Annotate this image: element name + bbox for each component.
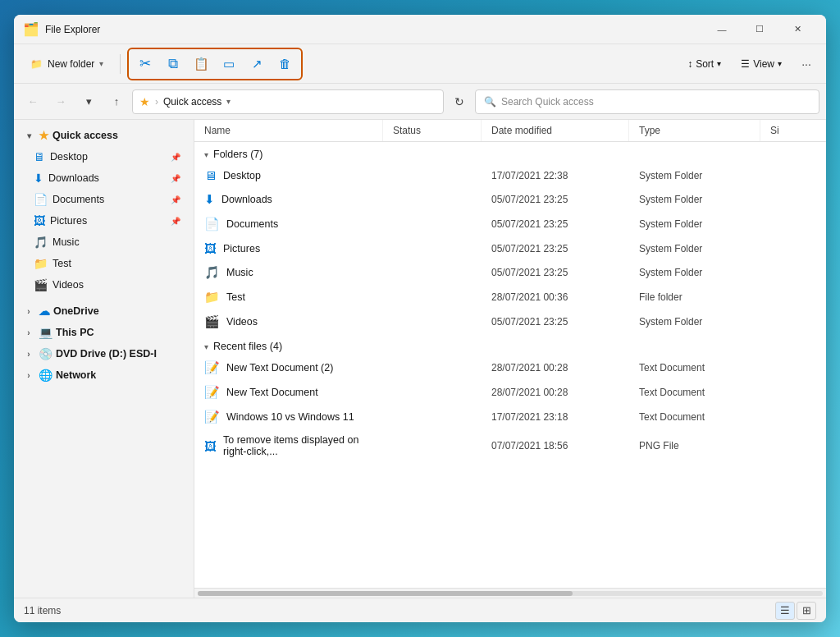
file-name-test: 📁 Test: [194, 286, 383, 308]
desktop-pin-icon: 📌: [171, 153, 180, 162]
png-file-icon: 🖼: [204, 439, 217, 453]
window-title: File Explorer: [45, 24, 703, 35]
main-content: ▾ ★ Quick access 🖥 Desktop 📌 ⬇ Downloads…: [14, 120, 826, 598]
column-name[interactable]: Name: [194, 120, 383, 141]
quick-access-collapse-icon: ▾: [22, 131, 35, 140]
onedrive-icon: ☁: [39, 305, 50, 318]
column-date[interactable]: Date modified: [482, 120, 629, 141]
up-button[interactable]: ↑: [104, 89, 129, 114]
sidebar-dvd-expander[interactable]: › 💿 DVD Drive (D:) ESD-I: [17, 343, 190, 364]
sidebar-item-music[interactable]: 🎵 Music: [24, 231, 190, 253]
rename-button[interactable]: ▭: [216, 52, 242, 76]
documents-file-icon: 📄: [204, 217, 220, 231]
file-name-new-text-doc: 📝 New Text Document: [194, 382, 383, 403]
file-name-downloads: ⬇ Downloads: [194, 189, 383, 210]
view-button[interactable]: ☰ View ▾: [733, 54, 790, 74]
table-row[interactable]: 🖼 Pictures 05/07/2021 23:25 System Folde…: [194, 236, 826, 260]
sidebar-thispc-expander[interactable]: › 💻 This PC: [17, 322, 190, 343]
test-file-icon: 📁: [204, 290, 220, 305]
copy-button[interactable]: ⧉: [160, 52, 186, 76]
table-row[interactable]: 📝 New Text Document 28/07/2021 00:28 Tex…: [194, 380, 826, 405]
file-list-header: Name Status Date modified Type Si: [194, 120, 826, 142]
refresh-button[interactable]: ↻: [447, 89, 472, 114]
recent-toggle-icon[interactable]: ▾: [204, 342, 208, 351]
grid-view-button[interactable]: ⊞: [797, 602, 816, 620]
table-row[interactable]: 📁 Test 28/07/2021 00:36 File folder: [194, 285, 826, 309]
sidebar-quick-access-label: Quick access: [52, 130, 118, 141]
share-button[interactable]: ↗: [244, 52, 270, 76]
sidebar: ▾ ★ Quick access 🖥 Desktop 📌 ⬇ Downloads…: [14, 120, 194, 598]
sort-chevron: ▾: [717, 59, 721, 68]
table-row[interactable]: 📄 Documents 05/07/2021 23:25 System Fold…: [194, 212, 826, 236]
table-row[interactable]: ⬇ Downloads 05/07/2021 23:25 System Fold…: [194, 187, 826, 212]
file-name-music: 🎵 Music: [194, 262, 383, 283]
cut-button[interactable]: ✂: [132, 52, 158, 76]
toolbar-right: ↕ Sort ▾ ☰ View ▾ ···: [679, 51, 819, 77]
item-count: 11 items: [24, 605, 61, 616]
table-row[interactable]: 🖼 To remove items displayed on right-cli…: [194, 429, 826, 462]
more-button[interactable]: ···: [793, 51, 819, 77]
address-path[interactable]: ★ › Quick access ▾: [132, 89, 444, 114]
folders-label: Folders (7): [213, 149, 262, 160]
list-view-button[interactable]: ☰: [775, 602, 795, 620]
view-chevron: ▾: [778, 59, 782, 68]
new-folder-button[interactable]: 📁 New folder ▾: [21, 53, 113, 75]
sidebar-network-expander[interactable]: › 🌐 Network: [17, 364, 190, 386]
back-button[interactable]: ←: [21, 89, 45, 114]
dvd-icon: 💿: [39, 347, 52, 360]
address-separator: ›: [155, 96, 158, 108]
sidebar-quick-access-expander[interactable]: ▾ ★ Quick access: [17, 125, 190, 146]
sidebar-network-label: Network: [56, 369, 96, 381]
sidebar-quick-access-section: ▾ ★ Quick access 🖥 Desktop 📌 ⬇ Downloads…: [14, 123, 194, 297]
file-name-desktop: 🖥 Desktop: [194, 165, 383, 186]
sidebar-item-desktop[interactable]: 🖥 Desktop 📌: [24, 146, 190, 167]
table-row[interactable]: 📝 New Text Document (2) 28/07/2021 00:28…: [194, 355, 826, 380]
sidebar-item-videos[interactable]: 🎬 Videos: [24, 274, 190, 296]
search-placeholder: Search Quick access: [501, 96, 594, 108]
title-bar: 🗂️ File Explorer — ☐ ✕: [14, 15, 826, 44]
table-row[interactable]: 🖥 Desktop 17/07/2021 22:38 System Folder: [194, 163, 826, 187]
sidebar-item-test[interactable]: 📁 Test: [24, 253, 190, 274]
sort-button[interactable]: ↕ Sort ▾: [679, 54, 729, 74]
close-button[interactable]: ✕: [778, 16, 816, 43]
recent-locations-button[interactable]: ▾: [76, 89, 101, 114]
table-row[interactable]: 🎬 Videos 05/07/2021 23:25 System Folder: [194, 309, 826, 334]
column-status[interactable]: Status: [383, 120, 482, 141]
search-box[interactable]: 🔍 Search Quick access: [475, 89, 819, 114]
table-row[interactable]: 🎵 Music 05/07/2021 23:25 System Folder: [194, 260, 826, 285]
paste-button[interactable]: 📋: [188, 52, 214, 76]
test-folder-icon: 📁: [34, 257, 48, 270]
downloads-pin-icon: 📌: [171, 174, 180, 183]
sidebar-item-pictures[interactable]: 🖼 Pictures 📌: [24, 210, 190, 231]
table-row[interactable]: 📝 Windows 10 vs Windows 11 17/07/2021 23…: [194, 405, 826, 429]
file-name-documents: 📄 Documents: [194, 213, 383, 235]
path-chevron-icon: ▾: [226, 97, 231, 106]
documents-pin-icon: 📌: [171, 195, 180, 204]
column-type[interactable]: Type: [629, 120, 760, 141]
downloads-icon: ⬇: [34, 172, 43, 185]
minimize-button[interactable]: —: [703, 16, 741, 43]
sidebar-thispc-label: This PC: [56, 327, 94, 338]
recent-files-label: Recent files (4): [213, 341, 282, 352]
delete-button[interactable]: 🗑: [272, 52, 298, 76]
toolbar: 📁 New folder ▾ ✂ ⧉ 📋 ▭ ↗ 🗑 ↕ Sort ▾ ☰ Vi…: [14, 44, 826, 84]
music-file-icon: 🎵: [204, 265, 220, 280]
sidebar-test-label: Test: [52, 258, 71, 269]
folders-toggle-icon[interactable]: ▾: [204, 150, 208, 159]
horizontal-scrollbar[interactable]: [194, 588, 826, 598]
sort-icon: ↕: [687, 58, 692, 70]
column-size[interactable]: Si: [760, 120, 826, 141]
recent-files-section-header: ▾ Recent files (4): [194, 334, 826, 355]
sidebar-desktop-label: Desktop: [50, 151, 88, 163]
sidebar-item-downloads[interactable]: ⬇ Downloads 📌: [24, 167, 190, 189]
scrollbar-thumb[interactable]: [198, 591, 573, 596]
file-name-win10-vs-11: 📝 Windows 10 vs Windows 11: [194, 406, 383, 428]
sidebar-videos-label: Videos: [52, 279, 84, 291]
quick-access-items: 🖥 Desktop 📌 ⬇ Downloads 📌 📄 Documents 📌: [14, 146, 194, 296]
forward-button[interactable]: →: [48, 89, 73, 114]
status-view-buttons: ☰ ⊞: [775, 602, 816, 620]
maximize-button[interactable]: ☐: [741, 16, 778, 43]
sidebar-onedrive-expander[interactable]: › ☁ OneDrive: [17, 300, 190, 322]
sidebar-item-documents[interactable]: 📄 Documents 📌: [24, 189, 190, 210]
desktop-icon: 🖥: [34, 150, 45, 163]
